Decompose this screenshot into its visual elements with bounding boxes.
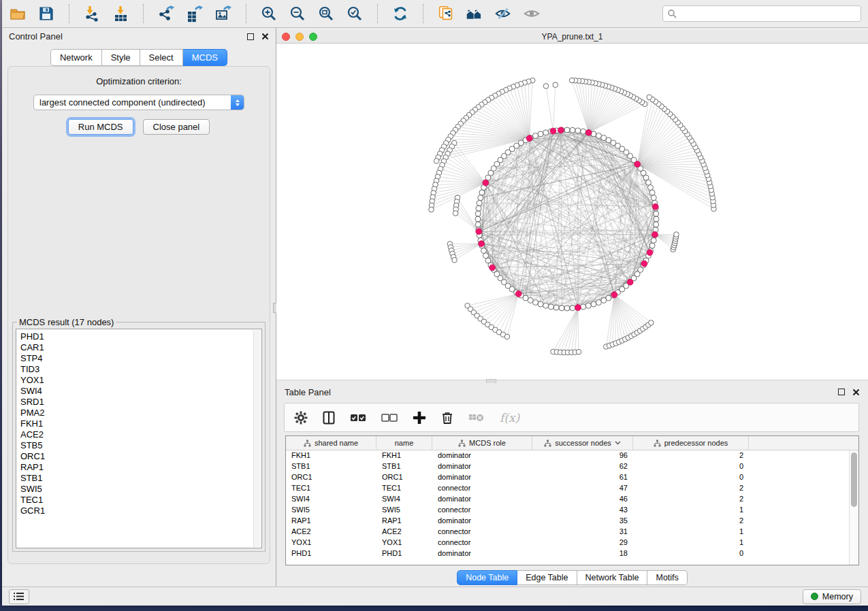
node-table: shared name name MCDS role successor nod…	[285, 435, 859, 565]
mcds-result-item[interactable]: PMA2	[20, 408, 261, 418]
table-row[interactable]: ACE2ACE2connector311	[286, 527, 849, 538]
mcds-result-item[interactable]: SWI5	[20, 484, 261, 495]
network-graph[interactable]	[276, 44, 868, 380]
table-cell: 2	[633, 516, 749, 527]
mcds-result-item[interactable]: PHD1	[20, 331, 261, 342]
table-cell: YOX1	[286, 538, 376, 548]
table-cell: 0	[633, 472, 749, 483]
mcds-result-item[interactable]: SWI4	[20, 386, 261, 397]
float-icon[interactable]	[838, 389, 845, 395]
mcds-result-item[interactable]: RAP1	[20, 462, 261, 473]
mcds-result-item[interactable]: ORC1	[20, 451, 261, 462]
table-row[interactable]: ORC1ORC1dominator610	[286, 472, 849, 483]
column-header-mcds-role[interactable]: MCDS role	[432, 436, 532, 450]
clone-network-icon[interactable]	[437, 5, 455, 22]
show-columns-icon[interactable]	[323, 411, 335, 425]
table-row[interactable]: RAP1RAP1dominator352	[286, 516, 849, 527]
save-session-icon[interactable]	[37, 5, 55, 22]
table-cell: TEC1	[286, 483, 376, 494]
network-view-canvas[interactable]	[276, 44, 868, 380]
mcds-result-item[interactable]: CAR1	[20, 342, 261, 353]
mcds-result-item[interactable]: ACE2	[20, 429, 261, 440]
scrollbar-track[interactable]	[253, 330, 261, 547]
tab-motifs[interactable]: Motifs	[647, 570, 687, 585]
network-window-titlebar[interactable]: YPA_prune.txt_1	[276, 31, 868, 44]
table-cell: ACE2	[286, 527, 376, 538]
tab-network[interactable]: Network	[50, 49, 102, 66]
table-scrollbar[interactable]	[849, 450, 858, 565]
zoom-in-icon[interactable]	[260, 5, 278, 22]
run-mcds-button[interactable]: Run MCDS	[68, 119, 133, 135]
mcds-result-item[interactable]: TID3	[20, 364, 261, 375]
function-builder-icon[interactable]: f(x)	[500, 411, 519, 425]
close-icon[interactable]	[852, 389, 860, 396]
import-table-icon[interactable]	[112, 5, 129, 22]
export-image-icon[interactable]	[214, 5, 232, 22]
mcds-result-item[interactable]: SRD1	[20, 397, 261, 408]
open-file-icon[interactable]	[9, 5, 27, 22]
table-cell-filler	[749, 505, 849, 516]
search-input[interactable]	[680, 9, 856, 18]
table-row[interactable]: SWI5SWI5connector431	[286, 505, 849, 516]
criterion-selected-value: largest connected component (undirected)	[34, 97, 231, 108]
table-row[interactable]: SWI4SWI4dominator462	[286, 494, 849, 505]
select-all-icon[interactable]	[350, 413, 366, 423]
first-neighbors-icon[interactable]	[466, 5, 483, 22]
mcds-result-item[interactable]: STP4	[20, 353, 261, 364]
mcds-result-list[interactable]: PHD1CAR1STP4TID3YOX1SWI4SRD1PMA2FKH1ACE2…	[16, 329, 262, 548]
table-cell: STB1	[376, 461, 432, 472]
zoom-selected-icon[interactable]	[346, 5, 364, 22]
tab-select[interactable]: Select	[140, 49, 183, 66]
refresh-layout-icon[interactable]	[391, 5, 409, 22]
mcds-result-item[interactable]: GCR1	[20, 506, 261, 516]
float-icon[interactable]	[247, 33, 254, 40]
table-cell: 31	[532, 527, 633, 538]
mcds-result-item[interactable]: STB1	[20, 473, 261, 484]
memory-button[interactable]: Memory	[803, 589, 861, 604]
table-row[interactable]: PHD1PHD1dominator180	[286, 548, 849, 559]
scrollbar-thumb[interactable]	[851, 452, 857, 507]
table-row[interactable]: STB1STB1dominator620	[286, 461, 849, 472]
tab-network-table[interactable]: Network Table	[577, 570, 648, 585]
mcds-result-item[interactable]: TEC1	[20, 495, 261, 506]
log-console-button[interactable]	[9, 589, 29, 604]
tab-edge-table[interactable]: Edge Table	[517, 570, 577, 585]
table-row[interactable]: YOX1YOX1connector291	[286, 538, 849, 548]
hide-selected-icon[interactable]	[494, 5, 512, 22]
close-panel-button[interactable]: Close panel	[143, 119, 210, 135]
export-network-icon[interactable]	[157, 5, 175, 22]
import-network-icon[interactable]	[83, 5, 101, 22]
deselect-all-icon[interactable]	[381, 413, 398, 423]
mcds-result-item[interactable]: FKH1	[20, 418, 261, 429]
tab-mcds[interactable]: MCDS	[183, 49, 227, 66]
delete-table-icon[interactable]	[468, 412, 485, 423]
table-cell: dominator	[432, 461, 532, 472]
show-all-icon[interactable]	[523, 5, 541, 22]
tab-node-table[interactable]: Node Table	[457, 570, 517, 585]
mcds-result-item[interactable]: YOX1	[20, 375, 261, 386]
mcds-result-item[interactable]: STB5	[20, 440, 261, 451]
chevron-down-icon[interactable]	[615, 441, 621, 445]
table-cell: 47	[532, 483, 633, 494]
table-cell: 1	[633, 527, 749, 538]
table-row[interactable]: FKH1FKH1dominator962	[286, 450, 849, 461]
zoom-out-icon[interactable]	[289, 5, 306, 22]
settings-icon[interactable]	[294, 411, 308, 425]
close-icon[interactable]	[261, 33, 269, 40]
column-header-name[interactable]: name	[376, 436, 432, 450]
column-header-predecessor-nodes[interactable]: predecessor nodes	[633, 436, 749, 450]
table-cell: SWI4	[286, 494, 376, 505]
column-header-shared-name[interactable]: shared name	[286, 436, 376, 450]
tab-style[interactable]: Style	[102, 49, 140, 66]
table-row[interactable]: TEC1TEC1connector472	[286, 483, 849, 494]
network-window-title: YPA_prune.txt_1	[276, 32, 868, 42]
table-cell: SWI5	[286, 505, 376, 516]
criterion-select[interactable]: largest connected component (undirected)	[33, 95, 244, 110]
add-column-icon[interactable]	[413, 411, 426, 425]
table-cell: connector	[432, 527, 532, 538]
delete-column-icon[interactable]	[441, 411, 453, 425]
zoom-fit-icon[interactable]	[317, 5, 335, 22]
export-table-icon[interactable]	[186, 5, 204, 22]
search-box[interactable]	[662, 5, 861, 22]
column-header-successor-nodes[interactable]: successor nodes	[532, 436, 633, 450]
